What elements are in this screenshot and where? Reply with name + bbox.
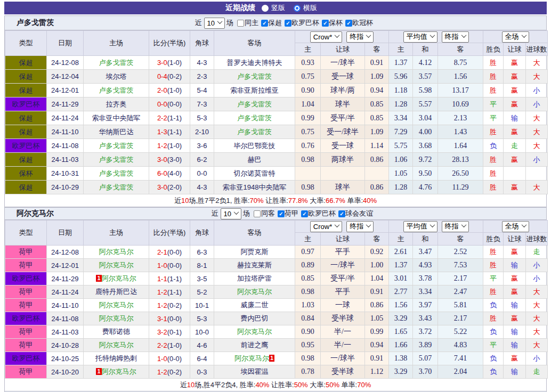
result-goals: 走: [526, 246, 548, 259]
away-team[interactable]: 卢多戈雷茨: [214, 70, 295, 84]
home-team[interactable]: 1阿尔克马尔: [84, 365, 149, 379]
home-team[interactable]: 费耶诺德: [84, 325, 149, 339]
odds-away: 0.99: [365, 325, 389, 339]
league-checkbox[interactable]: ✓: [338, 210, 345, 217]
corner-score: 5-3: [190, 111, 214, 125]
odds-handicap: 一/球半: [321, 259, 365, 272]
away-team[interactable]: 前进之鹰: [214, 339, 295, 352]
col-odds-home: 主: [295, 233, 321, 246]
league-checkbox[interactable]: ✓: [261, 20, 268, 27]
col-type: 类型: [5, 220, 47, 246]
home-team[interactable]: 阿尔克马尔: [84, 299, 149, 312]
away-team[interactable]: 索非亚斯拉维亚: [214, 84, 295, 97]
avg-draw: 5.98: [413, 84, 438, 97]
section-header: 阿尔克马尔 近 10 场 同客✓荷甲✓欧罗巴杯✓球会友谊: [5, 208, 546, 220]
home-team[interactable]: 索非亚中央陆军: [84, 111, 149, 125]
result-goals: 大: [526, 125, 548, 139]
result-win-lose: 胜: [483, 285, 504, 299]
scope-select[interactable]: 全场: [502, 31, 529, 43]
same-venue-label: 同主: [245, 18, 258, 28]
league-checkbox-label: 荷甲: [285, 209, 298, 218]
company-select[interactable]: Crow*: [310, 31, 342, 43]
away-team[interactable]: 毕尔巴鄂竞技: [214, 139, 295, 153]
final-odds-select[interactable]: 终指: [346, 31, 374, 43]
home-team[interactable]: 阿尔克马尔: [84, 259, 149, 272]
league-checkbox-label: 欧冠杯: [352, 18, 373, 28]
league-checkbox[interactable]: ✓: [345, 20, 352, 27]
col-result-handicap: 让球: [504, 43, 526, 56]
league-checkbox[interactable]: ✓: [322, 20, 329, 27]
corner-score: 0-0: [190, 167, 214, 181]
chevron-down-icon: [217, 19, 223, 24]
home-team[interactable]: 1阿尔克马尔: [84, 272, 149, 285]
away-team[interactable]: 普罗夫迪夫博特夫: [214, 56, 295, 70]
home-team[interactable]: 卢多戈雷茨: [84, 167, 149, 181]
match-row: 荷甲 24-11-10 阿尔克马尔 1-2(0-2) 10-1 威廉二世 1.0…: [5, 299, 548, 312]
league-badge: 欧罗巴杯: [5, 139, 47, 153]
avg-away: 7.41: [438, 352, 483, 365]
home-team[interactable]: 华纳斯巴达: [84, 125, 149, 139]
away-team[interactable]: 阿尔克马尔: [214, 285, 295, 299]
corner-score: 6-4: [190, 352, 214, 365]
radio-horizontal[interactable]: 横版: [294, 3, 317, 13]
league-checkbox[interactable]: ✓: [278, 210, 285, 217]
league-checkbox[interactable]: ✓: [285, 20, 291, 27]
home-team[interactable]: 卢多戈雷茨: [84, 153, 149, 167]
scope-select[interactable]: 全场: [502, 221, 529, 232]
odds-away: 1.09: [365, 125, 389, 139]
away-team[interactable]: 阿尔克马尔: [214, 325, 295, 339]
away-team[interactable]: 埃因霍温: [214, 365, 295, 379]
home-team[interactable]: 阿尔克马尔: [84, 246, 149, 259]
team-name[interactable]: 阿尔克马尔: [17, 209, 54, 218]
average-select[interactable]: 平均值: [403, 221, 437, 232]
same-venue-checkbox[interactable]: [254, 210, 261, 217]
away-team[interactable]: 阿贾克斯: [214, 246, 295, 259]
home-team[interactable]: 卢多戈雷茨: [84, 181, 149, 194]
odds-home: 0.98: [295, 153, 321, 167]
away-team[interactable]: 威廉二世: [214, 299, 295, 312]
team-name[interactable]: 卢多戈雷茨: [17, 18, 54, 28]
away-team[interactable]: 切尔诺莫雷特: [214, 167, 295, 181]
result-handicap: 赢: [504, 153, 526, 167]
same-venue-checkbox[interactable]: [237, 20, 244, 27]
away-team[interactable]: 卢多戈雷茨: [214, 125, 295, 139]
home-team[interactable]: 卢多戈雷茨: [84, 84, 149, 97]
home-team[interactable]: 卢多戈雷茨: [84, 139, 149, 153]
odds-home: 0.98: [295, 285, 321, 299]
result-handicap: 赢: [504, 352, 526, 365]
away-team[interactable]: 索非亚1948中央陆军: [214, 181, 295, 194]
league-checkbox[interactable]: ✓: [301, 210, 308, 217]
games-count-select[interactable]: 10: [221, 208, 241, 219]
col-result: 胜负: [483, 233, 504, 246]
away-team[interactable]: 加拉塔萨雷: [214, 272, 295, 285]
games-count-select[interactable]: 10: [204, 18, 225, 29]
league-badge: 保超: [5, 56, 47, 70]
home-team[interactable]: 鹿特丹斯巴达: [84, 285, 149, 299]
home-team[interactable]: 卢多戈雷茨: [84, 56, 149, 70]
radio-horizontal-icon[interactable]: [294, 5, 301, 12]
home-team[interactable]: 阿尔克马尔: [84, 312, 149, 325]
radio-vertical[interactable]: 竖版: [262, 3, 285, 13]
result-win-lose: 负: [483, 352, 504, 365]
summary-text: 70%: [250, 197, 264, 205]
league-badge: 保杯: [5, 167, 47, 181]
avg-home: 1.28: [389, 97, 413, 111]
away-team[interactable]: 卢多戈雷茨: [214, 111, 295, 125]
away-team[interactable]: 赫巴: [214, 153, 295, 167]
final-odds-select[interactable]: 终指: [346, 221, 374, 232]
away-team[interactable]: 费内巴切: [214, 312, 295, 325]
home-team[interactable]: 托特纳姆热刺: [84, 352, 149, 365]
average-select[interactable]: 平均值: [403, 31, 437, 43]
summary-text: 66.7%: [326, 197, 345, 205]
away-team[interactable]: 阿尔克马尔1: [214, 352, 295, 365]
final-odds-select[interactable]: 终指: [442, 31, 469, 43]
home-team[interactable]: 阿尔克马尔: [84, 339, 149, 352]
final-odds-select[interactable]: 终指: [442, 221, 469, 232]
company-select[interactable]: Crow*: [310, 221, 342, 232]
avg-draw: 5.57: [413, 97, 438, 111]
home-team[interactable]: 埃尔塔: [84, 70, 149, 84]
away-team[interactable]: 赫拉克莱斯: [214, 259, 295, 272]
radio-vertical-icon[interactable]: [262, 5, 269, 12]
away-team[interactable]: 卢多戈雷茨: [214, 97, 295, 111]
home-team[interactable]: 拉齐奥: [84, 97, 149, 111]
